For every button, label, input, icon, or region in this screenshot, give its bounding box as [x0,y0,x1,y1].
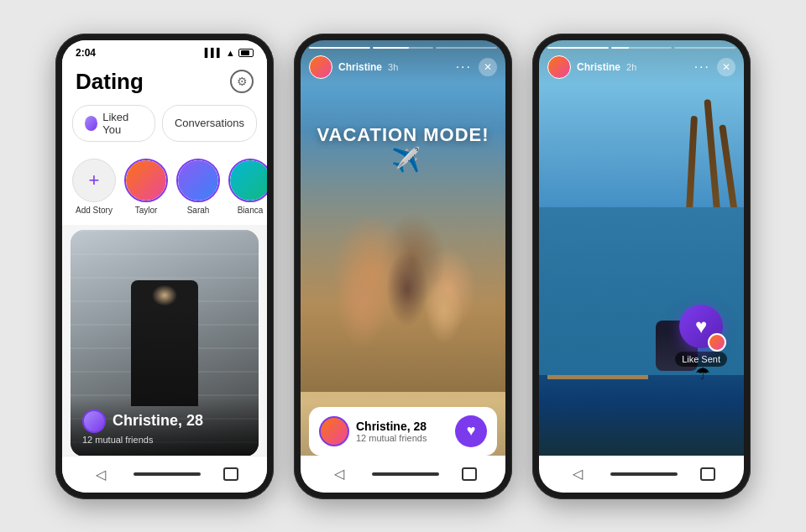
status-bar: 2:04 ▌▌▌ ▲ [62,40,267,62]
phone3-nav: ◁ [539,456,744,493]
liked-avatar [85,116,97,131]
story-bottom-card: Christine, 28 12 mutual friends ♥ [309,407,497,456]
sarah-label: Sarah [187,206,210,215]
phone-3: ☂ [532,34,751,499]
sarah-avatar [176,159,220,202]
progress-bar-1 [309,47,370,49]
like-sent-label: Like Sent [675,352,727,367]
signal-icon: ▌▌▌ [205,48,222,57]
plane-emoji: ✈️ [391,147,421,173]
status-icons: ▌▌▌ ▲ [205,48,254,58]
story-card-info: Christine, 28 12 mutual friends [319,416,427,446]
phone-2-screen: Christine 3h ··· ✕ VACATION MODE! ✈️ [301,40,505,493]
phone-1-screen: 2:04 ▌▌▌ ▲ Dating ⚙ Liked You Con [62,40,267,493]
nav-home-bar[interactable] [133,472,201,476]
vacation-text: VACATION MODE! [317,124,489,145]
stories-row: + Add Story Taylor Sarah [62,152,267,225]
phone3-user-row: Christine 2h ··· ✕ [547,55,735,79]
phone3-time: 2h [626,62,636,72]
nav3-square-btn[interactable] [700,467,715,481]
progress-fill-2 [373,47,410,49]
like-sent-heart: ♥ [679,305,723,348]
add-story-label: Add Story [76,206,113,215]
tab-liked-label: Liked You [102,111,143,136]
tabs-container: Liked You Conversations [62,105,267,152]
phone2-nav: ◁ [301,456,505,493]
phone1-header: Dating ⚙ [62,62,267,105]
phone-3-screen: ☂ [539,40,744,493]
story-text-overlay: VACATION MODE! ✈️ [301,124,505,174]
nav2-square-btn[interactable] [462,467,477,481]
nav3-home-bar[interactable] [610,472,678,476]
story-more-btn[interactable]: ··· [456,60,472,75]
progress-bar-3 [436,47,497,49]
phone3-story-top: Christine 2h ··· ✕ [539,40,744,84]
story-card-name: Christine, 28 [356,420,427,433]
card-mutual: 12 mutual friends [82,435,247,445]
ph3-bar-1 [547,47,609,49]
card-name: Christine, 28 [82,409,247,433]
progress-bar-2 [373,47,434,49]
like-sent-popup: ♥ Like Sent [675,305,727,367]
taylor-label: Taylor [135,206,158,215]
tab-conversations-label: Conversations [175,117,244,129]
story-card-text: Christine, 28 12 mutual friends [356,420,427,443]
gear-icon[interactable]: ⚙ [230,70,254,93]
add-story-avatar: + [72,159,116,202]
ph3-bar-3 [674,47,735,49]
card-overlay: Christine, 28 12 mutual friends [71,398,259,456]
phone3-controls: ··· ✕ [694,58,735,76]
phone-2: Christine 3h ··· ✕ VACATION MODE! ✈️ [294,34,512,499]
tab-conversations[interactable]: Conversations [162,105,257,142]
phone3-more-btn[interactable]: ··· [694,60,710,75]
phone3-user-left: Christine 2h [547,55,636,79]
card-person [131,280,198,406]
bianca-label: Bianca [238,206,264,215]
story-bianca[interactable]: Bianca [228,159,267,215]
story-heart-btn[interactable]: ♥ [455,415,487,447]
story-taylor[interactable]: Taylor [124,159,168,215]
tab-liked-you[interactable]: Liked You [72,105,155,142]
like-sent-avatar [708,333,726,352]
progress-fill-1 [309,47,370,49]
story-add[interactable]: + Add Story [72,159,116,215]
phone-1: 2:04 ▌▌▌ ▲ Dating ⚙ Liked You Con [55,34,274,499]
story-controls: ··· ✕ [456,58,497,76]
progress-bars [309,47,497,49]
nav3-back-btn[interactable]: ◁ [568,464,588,484]
battery-icon [238,49,254,57]
taylor-avatar [124,159,168,202]
profile-card[interactable]: Christine, 28 12 mutual friends [71,230,259,456]
phone3-close-btn[interactable]: ✕ [717,58,735,76]
story-user-avatar [309,55,332,79]
phone3-user-avatar [547,55,571,79]
card-avatar [82,409,106,433]
phone3-user-name: Christine [577,61,620,73]
story-user-name: Christine [338,61,382,73]
phone3-progress-bars [547,47,735,49]
nav-back-btn[interactable]: ◁ [91,464,111,484]
story-close-btn[interactable]: ✕ [479,58,497,76]
bianca-avatar [228,159,267,202]
nav-square-btn[interactable] [223,467,238,481]
story-card-mutual: 12 mutual friends [356,433,427,443]
ph3-bar-2 [611,47,673,49]
wifi-icon: ▲ [226,48,235,58]
phone1-nav: ◁ [62,456,267,493]
status-time: 2:04 [76,47,96,59]
story-sarah[interactable]: Sarah [176,159,220,215]
nav2-back-btn[interactable]: ◁ [329,464,349,484]
phones-container: 2:04 ▌▌▌ ▲ Dating ⚙ Liked You Con [0,0,806,532]
story-card-avatar [319,416,349,446]
story-top-bar: Christine 3h ··· ✕ [301,40,505,84]
nav2-home-bar[interactable] [372,472,439,476]
dating-title: Dating [76,69,144,95]
story-user-row: Christine 3h ··· ✕ [309,55,497,79]
story-time: 3h [388,62,398,72]
story-user-left: Christine 3h [309,55,398,79]
